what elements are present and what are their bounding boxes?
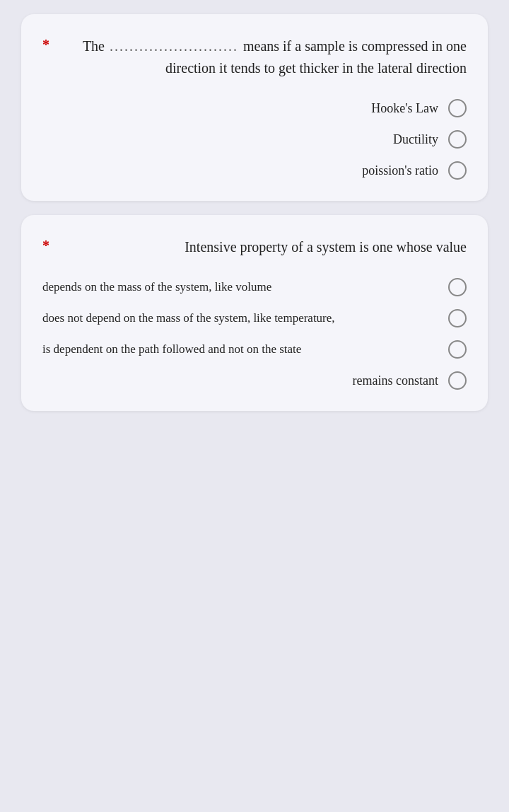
question-1-header: * The .......................... means i… — [42, 35, 467, 79]
question-1-card: * The .......................... means i… — [21, 14, 488, 201]
question-1-the: The — [83, 38, 105, 54]
question-1-dots: .......................... — [105, 38, 243, 54]
question-1-text: The .......................... means if … — [57, 35, 467, 79]
question-2-header: * Intensive property of a system is one … — [42, 236, 467, 258]
q2-radio-1[interactable] — [448, 278, 467, 296]
q2-option-3: is dependent on the path followed and no… — [42, 340, 467, 359]
q2-option-4: remains constant — [42, 371, 467, 390]
q1-option-3: poission's ratio — [42, 161, 467, 180]
q2-option-1-label: depends on the mass of the system, like … — [42, 279, 438, 296]
question-2-card: * Intensive property of a system is one … — [21, 215, 488, 411]
q2-radio-2[interactable] — [448, 309, 467, 327]
question-2-options: depends on the mass of the system, like … — [42, 278, 467, 390]
q2-option-3-label: is dependent on the path followed and no… — [42, 341, 438, 359]
q2-option-1: depends on the mass of the system, like … — [42, 278, 467, 296]
question-1-options: Hooke's Law Ductility poission's ratio — [42, 99, 467, 180]
required-star-2: * — [42, 238, 49, 254]
required-star-1: * — [42, 37, 49, 53]
q2-option-4-label: remains constant — [353, 373, 438, 388]
q1-option-2: Ductility — [42, 130, 467, 149]
q1-radio-2[interactable] — [448, 130, 467, 149]
q1-option-3-label: poission's ratio — [362, 163, 438, 178]
q2-option-2: does not depend on the mass of the syste… — [42, 309, 467, 327]
q2-radio-3[interactable] — [448, 340, 467, 359]
q2-radio-4[interactable] — [448, 371, 467, 390]
q2-option-2-label: does not depend on the mass of the syste… — [42, 310, 438, 327]
q1-radio-1[interactable] — [448, 99, 467, 117]
q1-option-2-label: Ductility — [393, 132, 438, 147]
question-2-text: Intensive property of a system is one wh… — [57, 236, 467, 258]
q1-radio-3[interactable] — [448, 161, 467, 180]
q1-option-1: Hooke's Law — [42, 99, 467, 117]
q1-option-1-label: Hooke's Law — [371, 101, 438, 116]
